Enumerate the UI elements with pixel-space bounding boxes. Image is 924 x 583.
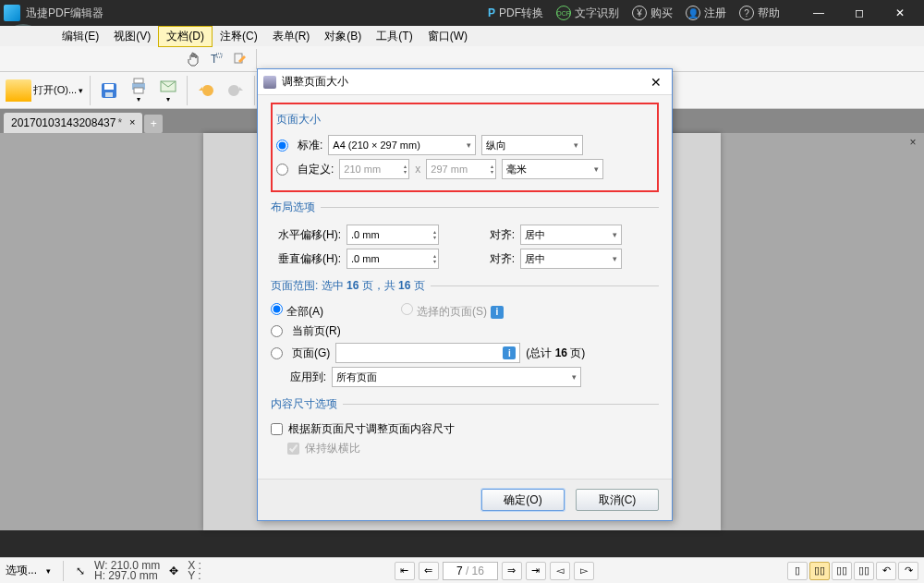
page-size-heading: 页面大小 (276, 106, 653, 131)
undo-button[interactable] (192, 76, 220, 105)
h-align-select[interactable]: 居中 (520, 225, 622, 245)
unit-select[interactable]: 毫米 (502, 159, 603, 179)
svg-rect-5 (105, 92, 113, 97)
keep-ratio-checkbox (287, 443, 299, 455)
menu-object[interactable]: 对象(B) (317, 27, 369, 46)
tab-close-icon[interactable]: × (126, 115, 139, 128)
dialog-title: 调整页面大小 (282, 74, 646, 90)
content-size-heading: 内容尺寸选项 (271, 396, 343, 412)
menu-tools[interactable]: 工具(T) (369, 27, 419, 46)
close-button[interactable]: ✕ (880, 0, 920, 26)
menu-form[interactable]: 表单(R) (265, 27, 318, 46)
ocr-link[interactable]: OCR文字识别 (556, 6, 619, 21)
menu-edit[interactable]: 编辑(E) (55, 27, 106, 46)
select-tool-icon[interactable]: T (205, 48, 227, 70)
cancel-button[interactable]: 取消(C) (576, 489, 659, 511)
v-offset-input[interactable]: .0 mm (346, 249, 439, 269)
redo-button[interactable] (222, 76, 249, 105)
rotate-left-button[interactable]: ↶ (876, 562, 896, 580)
svg-rect-4 (104, 84, 114, 90)
content-size-group: 内容尺寸选项 根据新页面尺寸调整页面内容尺寸 保持纵横比 (271, 396, 659, 460)
title-tools: PPDF转换 OCR文字识别 ¥购买 👤注册 ?帮助 (488, 6, 780, 21)
title-bar: 迅捷PDF编辑器 PPDF转换 OCR文字识别 ¥购买 👤注册 ?帮助 — ◻ … (0, 0, 924, 26)
two-page-continuous-view[interactable]: ▯▯ (854, 562, 874, 580)
custom-height-input[interactable]: 297 mm (426, 159, 496, 179)
menu-window[interactable]: 窗口(W) (420, 27, 475, 46)
minimize-button[interactable]: — (798, 0, 839, 26)
page-number-box[interactable]: 7 / 16 (443, 562, 498, 580)
edit-tool-icon[interactable] (229, 48, 251, 70)
layout-options-group: 布局选项 水平偏移(H): .0 mm 对齐: 居中 垂直偏移(H): .0 m… (271, 200, 659, 273)
mul-x: x (415, 163, 420, 176)
help-link[interactable]: ?帮助 (739, 6, 780, 21)
dialog-header[interactable]: 调整页面大小 ✕ (258, 69, 672, 95)
buy-link[interactable]: ¥购买 (632, 6, 673, 21)
rotate-right-button[interactable]: ↷ (898, 562, 918, 580)
cursor-arrows-icon: ✥ (169, 565, 178, 577)
h-offset-label: 水平偏移(H): (271, 227, 341, 243)
svg-text:T: T (211, 53, 218, 66)
range-all-label: 全部(A) (286, 305, 323, 318)
custom-size-label: 自定义: (298, 162, 334, 177)
resize-arrows-icon: ⤡ (76, 565, 85, 577)
apply-to-select[interactable]: 所有页面 (332, 367, 581, 387)
print-button[interactable]: ▾ (125, 76, 152, 105)
hand-tool-icon[interactable] (181, 48, 203, 70)
maximize-button[interactable]: ◻ (839, 0, 880, 26)
dialog-buttons: 确定(O) 取消(C) (258, 479, 672, 520)
v-offset-label: 垂直偏移(H): (271, 251, 341, 267)
options-button[interactable]: 选项... (6, 563, 37, 578)
single-page-view[interactable]: ▯ (787, 562, 808, 580)
cursor-position: X :Y : (188, 561, 201, 581)
menu-comment[interactable]: 注释(C) (213, 27, 265, 46)
info-icon[interactable]: i (491, 306, 504, 319)
two-page-view[interactable]: ▯▯ (832, 562, 852, 580)
menu-view[interactable]: 视图(V) (106, 27, 158, 46)
nav-fwd-button[interactable]: ▻ (574, 562, 594, 580)
v-align-select[interactable]: 居中 (520, 249, 622, 269)
last-page-button[interactable]: ⇥ (526, 562, 546, 580)
svg-rect-8 (134, 88, 143, 93)
register-link[interactable]: 👤注册 (686, 6, 726, 21)
standard-size-radio[interactable] (276, 140, 288, 152)
folder-icon (6, 79, 31, 102)
nav-back-button[interactable]: ◅ (550, 562, 570, 580)
document-tab[interactable]: 20170103143208437 * × (4, 113, 142, 133)
window-buttons: — ◻ ✕ (798, 0, 920, 26)
resize-page-dialog: 调整页面大小 ✕ 页面大小 标准: A4 (210 × 297 mm) 纵向 自… (257, 68, 673, 521)
new-tab-button[interactable]: + (144, 115, 163, 133)
h-align-label: 对齐: (461, 227, 515, 243)
info-icon[interactable]: i (503, 346, 516, 359)
range-all-radio[interactable] (271, 303, 283, 315)
first-page-button[interactable]: ⇤ (395, 562, 415, 580)
status-bar: 选项...▾ ⤡ W: 210.0 mmH: 297.0 mm ✥ X :Y :… (0, 557, 924, 583)
continuous-view[interactable]: ▯▯ (809, 562, 830, 580)
prev-page-button[interactable]: ⇐ (419, 562, 439, 580)
svg-rect-7 (134, 79, 143, 83)
mail-button[interactable]: ▾ (154, 76, 182, 105)
range-current-radio[interactable] (271, 325, 283, 337)
custom-size-radio[interactable] (276, 164, 288, 176)
range-selected-radio (401, 303, 413, 315)
dialog-icon (263, 76, 276, 89)
standard-size-label: 标准: (298, 138, 322, 153)
ok-button[interactable]: 确定(O) (481, 489, 565, 511)
save-button[interactable] (95, 76, 123, 105)
orientation-select[interactable]: 纵向 (481, 135, 583, 155)
next-page-button[interactable]: ⇒ (502, 562, 522, 580)
h-offset-input[interactable]: .0 mm (346, 225, 439, 245)
pdf-convert-link[interactable]: PPDF转换 (488, 6, 543, 21)
dialog-close-icon[interactable]: ✕ (646, 72, 666, 92)
app-icon (4, 5, 20, 21)
standard-size-select[interactable]: A4 (210 × 297 mm) (328, 135, 476, 155)
range-pages-radio[interactable] (271, 347, 283, 359)
menu-bar: 文件(F) 编辑(E) 视图(V) 文档(D) 注释(C) 表单(R) 对象(B… (0, 26, 924, 46)
pages-input[interactable]: i (335, 343, 520, 363)
view-mode-buttons: ▯ ▯▯ ▯▯ ▯▯ ↶ ↷ (787, 562, 918, 580)
apply-to-label: 应用到: (271, 370, 326, 385)
document-close-icon[interactable]: × (906, 135, 920, 150)
menu-document[interactable]: 文档(D) (158, 26, 213, 47)
resize-content-checkbox[interactable] (271, 423, 283, 435)
custom-width-input[interactable]: 210 mm (339, 159, 409, 179)
open-button[interactable]: 打开(O)... ▾ (4, 78, 85, 103)
